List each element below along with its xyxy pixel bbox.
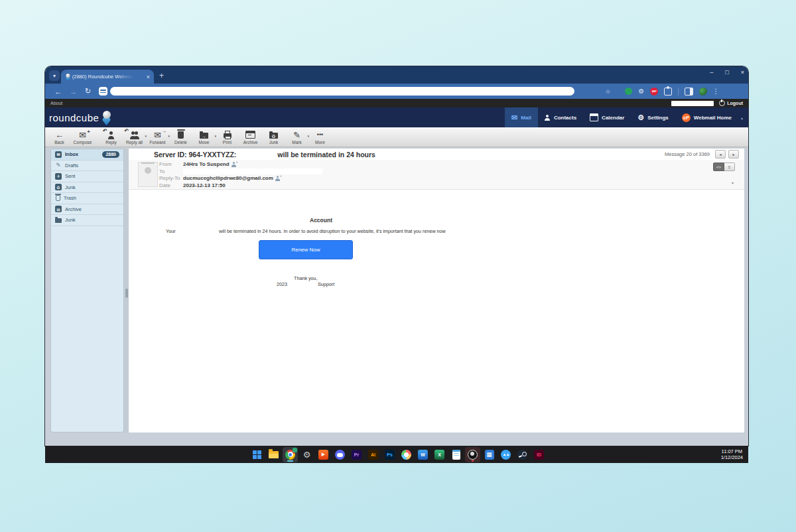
extensions-puzzle-icon[interactable] xyxy=(664,88,672,96)
adblock-icon[interactable]: ABP xyxy=(650,88,658,96)
window-close-button[interactable]: × xyxy=(741,69,744,76)
folder-drafts[interactable]: ✎ Drafts xyxy=(51,161,123,172)
side-panel-icon[interactable] xyxy=(685,88,693,96)
move-button[interactable]: → Move ▾ xyxy=(192,128,216,147)
reply-all-button[interactable]: ↶ Reply all ▾ xyxy=(123,128,146,147)
notepad-button[interactable] xyxy=(448,447,464,462)
delete-label: Delete xyxy=(174,140,187,145)
address-tune-icon[interactable] xyxy=(99,87,107,96)
chevron-down-icon: ▾ xyxy=(53,73,56,79)
window-minimize-button[interactable]: – xyxy=(710,69,713,76)
next-message-button[interactable]: ▸ xyxy=(728,150,739,159)
discord-button[interactable] xyxy=(332,447,348,462)
archive-button[interactable]: Archive xyxy=(239,128,262,147)
more-button[interactable]: ••• More xyxy=(308,128,332,147)
junk-button[interactable]: ♻ Junk xyxy=(262,128,285,147)
window-maximize-button[interactable]: □ xyxy=(725,69,728,76)
reply-icon: ↶ xyxy=(107,129,115,139)
back-icon[interactable]: ← xyxy=(54,88,62,96)
mark-button[interactable]: ✎ Mark ▾ xyxy=(285,128,308,147)
discord-icon xyxy=(335,450,345,460)
extension-leaf-icon[interactable] xyxy=(699,88,707,96)
settings-gear-icon: ⚙ xyxy=(637,113,644,122)
folder-drafts-label: Drafts xyxy=(65,163,78,168)
nav-webmail-home-label: Webmail Home xyxy=(694,115,732,121)
paint-button[interactable] xyxy=(399,447,414,462)
browser-tab-active[interactable]: (2880) Roundcube Webmail :: b × xyxy=(61,70,154,84)
settings-button[interactable]: ⚙ xyxy=(299,447,314,462)
reply-button[interactable]: ↶ Reply xyxy=(100,128,123,147)
tab-search-button[interactable]: ▾ xyxy=(49,70,60,81)
html-view-toggle[interactable]: <> xyxy=(713,163,724,171)
photoshop-button[interactable]: Ps xyxy=(382,447,397,462)
nav-webmail-home[interactable]: cP Webmail Home xyxy=(675,107,738,127)
add-contact-icon[interactable] xyxy=(232,162,237,167)
message-subject-part2: will be terminated in 24 hours xyxy=(277,151,375,159)
folder-inbox[interactable]: ✉ Inbox 2880 xyxy=(51,149,123,161)
illustrator-button[interactable]: Ai xyxy=(365,447,381,462)
logo-text: roundcube xyxy=(49,112,99,123)
sidebar-splitter[interactable] xyxy=(124,149,129,432)
message-headers: From 24Hrs To Suspend To Reply-To ducmuc… xyxy=(129,160,744,190)
print-button[interactable]: Print xyxy=(216,128,239,147)
nav-collapse-caret-icon[interactable]: ▴ xyxy=(741,115,743,120)
splitter-grip[interactable] xyxy=(125,289,128,298)
file-explorer-button[interactable] xyxy=(266,447,281,462)
tab-close-icon[interactable]: × xyxy=(147,74,150,80)
previous-message-button[interactable]: ◂ xyxy=(715,150,726,159)
calculator-button[interactable]: ▦ xyxy=(482,447,497,462)
quick-search-input[interactable] xyxy=(671,101,714,106)
compose-button[interactable]: ✉+ Compose xyxy=(71,128,94,147)
extension-gear-icon[interactable]: ⚙ xyxy=(638,88,644,95)
about-link[interactable]: About xyxy=(50,101,62,105)
extension-green-icon[interactable] xyxy=(625,88,632,95)
screen: ▾ (2880) Roundcube Webmail :: b × + – □ … xyxy=(45,66,748,463)
nav-mail[interactable]: ✉ Mail xyxy=(505,107,538,127)
chrome-button[interactable] xyxy=(283,447,298,462)
forward-icon[interactable]: → xyxy=(70,88,77,96)
to-label: To xyxy=(159,168,165,174)
browser-tabstrip: ▾ (2880) Roundcube Webmail :: b × + – □ … xyxy=(45,66,748,84)
obs-icon xyxy=(468,450,478,460)
nav-calendar[interactable]: Calendar xyxy=(583,107,631,127)
renew-now-button[interactable]: Renew Now xyxy=(259,240,353,259)
folder-junk[interactable]: ♻ Junk xyxy=(51,182,123,194)
start-button[interactable] xyxy=(249,447,265,462)
forward-button[interactable]: ✉→ Forward ▾ xyxy=(146,128,169,147)
photoshop-icon: Ps xyxy=(385,450,395,460)
folder-sent[interactable]: ✈ Sent xyxy=(51,171,123,182)
nav-settings[interactable]: ⚙ Settings xyxy=(631,107,675,127)
obs-button[interactable] xyxy=(465,447,480,462)
body-line-rest: will be terminated in 24 hours. In order… xyxy=(219,228,446,234)
reload-icon[interactable]: ↻ xyxy=(85,87,91,96)
new-tab-button[interactable]: + xyxy=(159,71,164,80)
steam-icon xyxy=(517,450,527,460)
browser-menu-icon[interactable]: ⋮ xyxy=(712,88,719,95)
steam-button[interactable] xyxy=(515,447,530,462)
nav-contacts[interactable]: Contacts xyxy=(538,107,583,127)
delete-button[interactable]: Delete xyxy=(169,128,192,147)
media-player-button[interactable]: ▶ xyxy=(316,447,331,462)
site-top-bar: About Logout xyxy=(45,99,748,107)
indesign-button[interactable]: ID xyxy=(531,447,547,462)
folder-trash[interactable]: Trash xyxy=(51,193,123,204)
add-contact-icon[interactable] xyxy=(275,176,281,181)
folder-junk-2[interactable]: Junk xyxy=(51,215,123,226)
text-view-toggle[interactable]: ≡ xyxy=(724,163,735,171)
mega-button[interactable]: ▲▲ xyxy=(498,447,513,462)
excel-button[interactable]: X xyxy=(432,447,447,462)
folder-archive[interactable]: ▤ Archive xyxy=(51,204,123,216)
tab-favicon xyxy=(65,74,72,80)
taskbar-clock[interactable]: 11:07 PM 1/12/2024 xyxy=(721,446,743,463)
collapse-headers-caret-icon[interactable]: ▾ xyxy=(732,180,734,185)
logout-button[interactable]: Logout xyxy=(719,100,743,106)
compose-label: Compose xyxy=(74,140,92,145)
bookmark-star-icon[interactable]: ☆ xyxy=(605,88,610,95)
reply-all-icon: ↶ xyxy=(129,129,140,139)
back-button[interactable]: ← Back xyxy=(48,128,71,147)
word-button[interactable]: W xyxy=(415,447,431,462)
mountains-icon: ▲▲ xyxy=(501,450,511,460)
address-bar-input[interactable] xyxy=(110,87,574,96)
main-nav: ✉ Mail Contacts Calendar ⚙ Settings xyxy=(505,107,744,127)
premiere-button[interactable]: Pr xyxy=(349,447,364,462)
